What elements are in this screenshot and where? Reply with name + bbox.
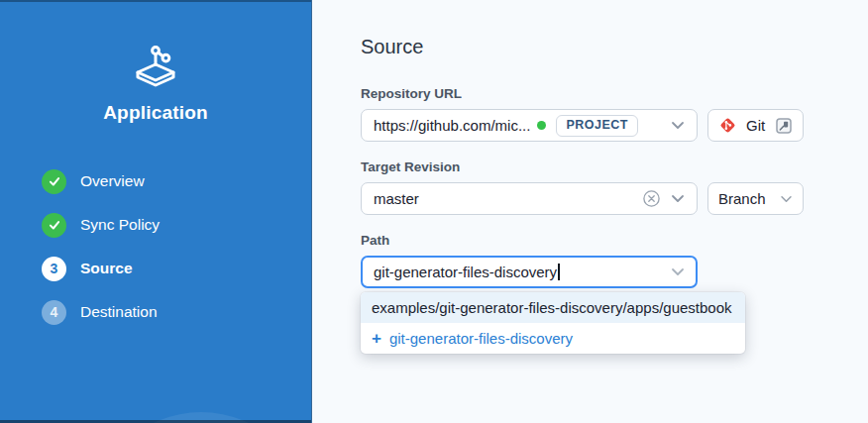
chevron-down-icon[interactable]: [671, 267, 685, 276]
step-number-badge: 4: [42, 300, 66, 325]
step-sync-policy[interactable]: Sync Policy: [0, 212, 311, 238]
repository-url-input[interactable]: https://github.com/mic... PROJECT: [361, 109, 698, 142]
revision-type-select[interactable]: Branch: [707, 182, 804, 215]
path-suggestions-dropdown: examples/git-generator-files-discovery/a…: [361, 292, 745, 354]
check-icon: [42, 169, 66, 194]
path-value: git-generator-files-discovery: [374, 264, 557, 280]
path-input[interactable]: git-generator-files-discovery: [361, 256, 698, 288]
git-logo-icon: [718, 116, 737, 135]
repository-url-row: https://github.com/mic... PROJECT: [361, 109, 868, 142]
chevron-down-icon[interactable]: [671, 121, 685, 130]
step-overview[interactable]: Overview: [0, 168, 311, 194]
wizard-sidebar: Application Overview Sync Policy 3 Sourc…: [0, 0, 312, 423]
repo-type-label: Git: [746, 117, 765, 134]
step-label: Destination: [80, 303, 158, 321]
repository-url-value: https://github.com/mic...: [374, 117, 530, 134]
path-field-wrapper: git-generator-files-discovery examples/g…: [361, 256, 698, 288]
suggestion-item[interactable]: examples/git-generator-files-discovery/a…: [361, 292, 745, 323]
wizard-steps: Overview Sync Policy 3 Source 4 Destinat…: [0, 168, 311, 343]
step-label: Overview: [80, 172, 145, 190]
target-revision-input[interactable]: master: [361, 182, 698, 215]
create-path-label: git-generator-files-discovery: [389, 330, 573, 347]
repo-type-button[interactable]: Git: [707, 109, 804, 142]
repository-url-label: Repository URL: [361, 85, 868, 102]
toggle-input-icon[interactable]: [775, 117, 793, 135]
step-label: Source: [80, 260, 133, 277]
application-deploy-icon: [130, 40, 181, 87]
target-revision-label: Target Revision: [361, 159, 868, 175]
plus-icon: +: [372, 331, 381, 346]
page-title: Source: [361, 36, 868, 57]
create-path-item[interactable]: + git-generator-files-discovery: [361, 323, 745, 354]
status-dot-icon: [537, 121, 546, 130]
step-label: Sync Policy: [80, 216, 160, 234]
chevron-down-icon[interactable]: [671, 194, 685, 203]
project-badge: PROJECT: [556, 115, 638, 137]
sidebar-title: Application: [103, 102, 208, 124]
path-label: Path: [361, 232, 868, 249]
text-cursor: [558, 264, 560, 280]
step-destination[interactable]: 4 Destination: [0, 299, 311, 325]
source-step-panel: Source Repository URL https://github.com…: [313, 0, 868, 423]
chevron-down-icon: [780, 195, 793, 203]
clear-circle-x-icon[interactable]: [642, 189, 661, 208]
check-icon: [42, 213, 66, 238]
target-revision-value: master: [374, 190, 419, 207]
revision-type-label: Branch: [718, 190, 766, 207]
target-revision-row: master Branch: [361, 182, 868, 215]
step-number-badge: 3: [42, 257, 66, 281]
step-source[interactable]: 3 Source: [0, 256, 311, 281]
top-edge-divider: [0, 0, 311, 2]
